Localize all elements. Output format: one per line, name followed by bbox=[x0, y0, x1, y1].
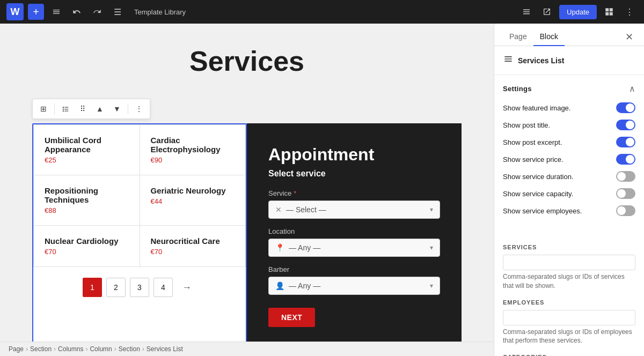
toggle-6[interactable] bbox=[616, 205, 635, 216]
breadcrumb-sep-3: › bbox=[85, 345, 87, 353]
breadcrumb-sep-5: › bbox=[142, 345, 144, 353]
service-card-1[interactable]: Cardiac Electrophysiology €90 bbox=[140, 125, 246, 175]
next-button[interactable]: NEXT bbox=[268, 308, 315, 327]
service-card-5[interactable]: Neurocritical Care €70 bbox=[140, 226, 246, 267]
toggle-row-4: Show service duration. bbox=[503, 171, 635, 182]
list-view-button[interactable] bbox=[58, 101, 73, 116]
svg-point-4 bbox=[63, 107, 64, 108]
toggle-2[interactable] bbox=[616, 137, 635, 147]
breadcrumb: Page › Section › Columns › Column › Sect… bbox=[0, 342, 494, 356]
toggle-label-5: Show service capacity. bbox=[503, 190, 573, 198]
services-field-input[interactable] bbox=[503, 255, 635, 270]
more-options-button[interactable]: ⋮ bbox=[621, 4, 638, 20]
toggle-4[interactable] bbox=[616, 171, 635, 182]
barber-select[interactable]: 👤 — Any — ▾ bbox=[268, 277, 440, 295]
service-name-5: Neurocritical Care bbox=[151, 236, 235, 246]
services-grid: Umbilical Cord Appearance €25 Cardiac El… bbox=[33, 124, 246, 267]
employees-field-input[interactable] bbox=[503, 310, 635, 325]
service-card-4[interactable]: Nuclear Cardiology €70 bbox=[34, 226, 140, 267]
service-price-1: €90 bbox=[151, 156, 235, 164]
barber-form-group: Barber 👤 — Any — ▾ bbox=[268, 265, 440, 295]
location-select-value: — Any — bbox=[289, 243, 320, 252]
service-card-2[interactable]: Repositioning Techniques €88 bbox=[34, 175, 140, 226]
appointment-subtitle: Select service bbox=[268, 169, 440, 179]
toggle-label-2: Show post excerpt. bbox=[503, 138, 562, 146]
next-page-button[interactable]: → bbox=[177, 278, 196, 297]
panel-tabs: Page Block ✕ bbox=[494, 24, 644, 46]
breadcrumb-section[interactable]: Section bbox=[30, 345, 52, 353]
more-block-options-button[interactable]: ⋮ bbox=[131, 101, 147, 116]
redo-button[interactable] bbox=[89, 4, 105, 20]
move-up-button[interactable]: ▲ bbox=[92, 101, 107, 116]
settings-label: Settings bbox=[503, 85, 532, 93]
employees-field-help: Comma-separated slugs or IDs of employee… bbox=[503, 328, 635, 346]
svg-rect-0 bbox=[605, 8, 609, 11]
svg-rect-1 bbox=[610, 8, 613, 11]
add-block-button[interactable]: + bbox=[28, 4, 44, 20]
move-down-button[interactable]: ▼ bbox=[109, 101, 125, 116]
location-form-group: Location 📍 — Any — ▾ bbox=[268, 227, 440, 257]
toggle-5[interactable] bbox=[616, 188, 635, 199]
breadcrumb-sep-4: › bbox=[114, 345, 116, 353]
update-button[interactable]: Update bbox=[559, 5, 597, 19]
drag-handle[interactable]: ⠿ bbox=[75, 101, 90, 116]
panel-section-title: Services List bbox=[518, 56, 564, 65]
service-price-4: €70 bbox=[45, 248, 129, 256]
tab-page[interactable]: Page bbox=[503, 28, 533, 46]
toolbar-separator bbox=[54, 103, 55, 114]
toggle-label-6: Show service employees. bbox=[503, 207, 582, 215]
service-label: Service * bbox=[268, 189, 440, 197]
panel-section-header: Services List bbox=[494, 46, 644, 75]
breadcrumb-page[interactable]: Page bbox=[9, 345, 24, 353]
settings-panel-button[interactable] bbox=[601, 4, 617, 20]
services-field-label: SERVICES bbox=[503, 244, 635, 250]
menu-button[interactable]: ☰ bbox=[109, 4, 126, 20]
toggle-row-3: Show service price. bbox=[503, 154, 635, 165]
grid-view-button[interactable]: ⊞ bbox=[36, 101, 51, 116]
svg-rect-7 bbox=[64, 109, 68, 109]
service-price-0: €25 bbox=[45, 156, 129, 164]
tools-button[interactable] bbox=[48, 4, 64, 20]
block-toolbar: ⊞ ⠿ ▲ ▼ ⋮ bbox=[32, 99, 150, 119]
breadcrumb-column[interactable]: Column bbox=[90, 345, 112, 353]
location-label: Location bbox=[268, 227, 440, 235]
services-field-help: Comma-separated slugs or IDs of services… bbox=[503, 272, 635, 291]
main-layout: Services ⊞ ⠿ ▲ ▼ ⋮ Umbilical Cord Appear… bbox=[0, 24, 644, 356]
page-btn-2[interactable]: 2 bbox=[106, 278, 126, 297]
tab-block[interactable]: Block bbox=[533, 28, 565, 46]
svg-rect-5 bbox=[64, 107, 68, 108]
barber-label: Barber bbox=[268, 265, 440, 273]
service-name-0: Umbilical Cord Appearance bbox=[45, 136, 129, 154]
collapse-icon[interactable]: ∧ bbox=[629, 84, 635, 94]
svg-point-8 bbox=[63, 110, 64, 112]
svg-point-6 bbox=[63, 108, 64, 109]
service-name-4: Nuclear Cardiology bbox=[45, 236, 129, 246]
page-btn-4[interactable]: 4 bbox=[153, 278, 173, 297]
service-select-value: — Select — bbox=[286, 205, 326, 214]
wp-logo[interactable]: W bbox=[6, 3, 24, 20]
page-btn-3[interactable]: 3 bbox=[130, 278, 149, 297]
right-panel: Page Block ✕ Services List Settings ∧ Sh… bbox=[494, 24, 644, 356]
external-link-button[interactable] bbox=[539, 4, 555, 20]
toggle-1[interactable] bbox=[616, 120, 635, 130]
breadcrumb-columns[interactable]: Columns bbox=[58, 345, 83, 353]
topbar: W + ☰ Template Library Update ⋮ bbox=[0, 0, 644, 24]
toggle-3[interactable] bbox=[616, 154, 635, 165]
service-select[interactable]: ✕ — Select — ▾ bbox=[268, 201, 440, 219]
page-btn-1[interactable]: 1 bbox=[83, 278, 102, 297]
service-name-3: Geriatric Neurology bbox=[151, 186, 235, 195]
toggle-0[interactable] bbox=[616, 102, 635, 113]
undo-button[interactable] bbox=[69, 4, 85, 20]
panel-close-button[interactable]: ✕ bbox=[623, 29, 635, 45]
preview-toggle-button[interactable] bbox=[518, 4, 535, 20]
barber-chevron-icon: ▾ bbox=[430, 282, 433, 290]
barber-select-icon: 👤 bbox=[275, 281, 284, 290]
editor-area: Services ⊞ ⠿ ▲ ▼ ⋮ Umbilical Cord Appear… bbox=[0, 24, 494, 356]
breadcrumb-services-list[interactable]: Services List bbox=[147, 345, 183, 353]
service-card-0[interactable]: Umbilical Cord Appearance €25 bbox=[34, 125, 140, 175]
services-list-icon bbox=[503, 54, 514, 67]
services-list-block: Umbilical Cord Appearance €25 Cardiac El… bbox=[32, 123, 247, 348]
breadcrumb-section-2[interactable]: Section bbox=[119, 345, 140, 353]
location-select[interactable]: 📍 — Any — ▾ bbox=[268, 239, 440, 257]
service-card-3[interactable]: Geriatric Neurology €44 bbox=[140, 175, 246, 226]
